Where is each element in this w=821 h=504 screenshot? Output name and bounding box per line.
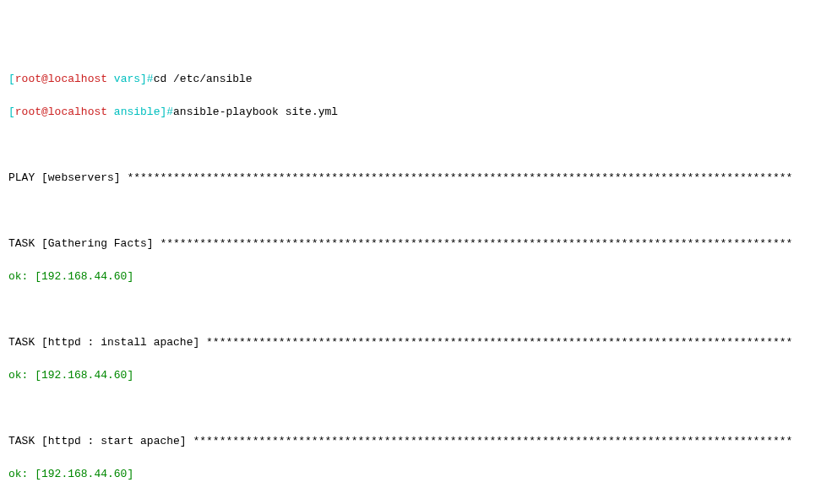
- bracket: [: [8, 73, 15, 85]
- command: cd /etc/ansible: [154, 73, 253, 85]
- play-header: PLAY [webservers] **********************…: [8, 170, 813, 187]
- task-header-start-apache: TASK [httpd : start apache] ************…: [8, 433, 813, 450]
- task-label: TASK [Gathering Facts]: [8, 237, 160, 250]
- cwd: vars: [107, 73, 140, 85]
- blank-line: [8, 400, 813, 417]
- stars: ****************************************…: [193, 435, 792, 447]
- bracket: ]#: [160, 106, 173, 118]
- bracket: ]#: [140, 73, 154, 85]
- task-header-facts: TASK [Gathering Facts] *****************…: [8, 236, 813, 252]
- blank-line: [8, 301, 813, 318]
- blank-line: [8, 203, 813, 219]
- user-host: root@localhost: [15, 73, 107, 85]
- user-host: root@localhost: [15, 106, 107, 118]
- cwd: ansible: [107, 106, 160, 118]
- task-label: TASK [httpd : install apache]: [8, 336, 206, 349]
- command: ansible-playbook site.yml: [173, 106, 338, 118]
- prompt-line-1: [root@localhost vars]#cd /etc/ansible: [8, 71, 813, 88]
- play-label: PLAY [webservers]: [8, 171, 127, 184]
- stars: ****************************************…: [127, 171, 792, 184]
- task-status-ok: ok: [192.168.44.60]: [8, 466, 813, 483]
- stars: ****************************************…: [206, 336, 792, 349]
- task-header-install-apache: TASK [httpd : install apache] **********…: [8, 334, 813, 351]
- prompt-line-2: [root@localhost ansible]#ansible-playboo…: [8, 104, 813, 121]
- task-status-ok: ok: [192.168.44.60]: [8, 367, 813, 384]
- stars: ****************************************…: [160, 237, 792, 250]
- blank-line: [8, 137, 813, 154]
- task-status-ok: ok: [192.168.44.60]: [8, 268, 813, 285]
- task-label: TASK [httpd : start apache]: [8, 435, 193, 447]
- blank-line: [8, 499, 813, 504]
- bracket: [: [8, 106, 15, 118]
